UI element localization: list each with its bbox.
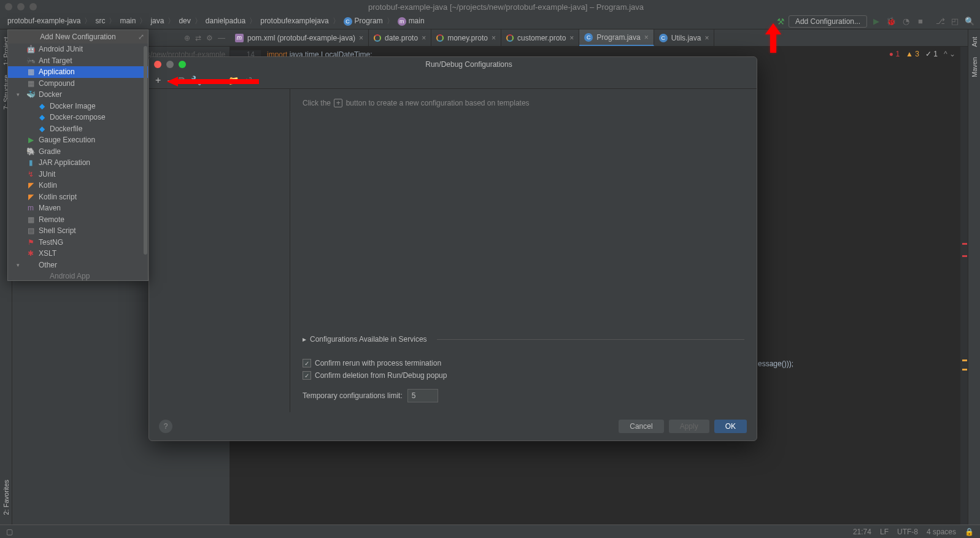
close-icon[interactable]: × <box>492 34 496 42</box>
git-icon[interactable]: ⎇ <box>935 17 946 26</box>
config-type-item[interactable]: ◆Docker Image <box>8 101 148 112</box>
caret-position[interactable]: 21:74 <box>853 528 871 536</box>
breadcrumb-item[interactable]: mmain <box>395 15 427 27</box>
close-icon[interactable]: × <box>569 34 574 42</box>
config-type-item[interactable]: Android App <box>8 271 148 280</box>
breadcrumb-item[interactable]: protobuf-example-java <box>5 15 83 26</box>
temp-limit-input[interactable] <box>407 389 438 402</box>
quick-access-icon[interactable]: ▢ <box>6 528 13 536</box>
confirm-deletion-checkbox[interactable]: ✓Confirm deletion from Run/Debug popup <box>303 369 744 382</box>
stop-icon[interactable]: ■ <box>915 17 926 26</box>
dialog-titlebar: Run/Debug Configurations <box>149 57 757 72</box>
section-toggle[interactable]: ▸ Configurations Available in Services <box>303 331 744 347</box>
indent-settings[interactable]: 4 spaces <box>927 528 956 536</box>
tab-utils[interactable]: CUtils.java× <box>654 29 715 46</box>
add-config-icon[interactable]: + <box>155 75 161 86</box>
tab-program[interactable]: CProgram.java× <box>579 29 654 46</box>
close-icon[interactable]: × <box>359 34 363 42</box>
config-type-item[interactable]: ◤Kotlin script <box>8 191 148 203</box>
breadcrumb-item[interactable]: CProgram <box>341 15 385 27</box>
config-type-item[interactable]: 🤖Android JUnit <box>8 44 148 55</box>
config-type-item[interactable]: ↯JUnit <box>8 169 148 180</box>
debug-icon[interactable]: 🐞 <box>885 17 897 26</box>
config-type-item[interactable]: ▦Remote <box>8 214 148 226</box>
dialog-title: Run/Debug Configurations <box>186 60 752 69</box>
config-type-item[interactable]: mMaven <box>8 202 148 214</box>
line-separator[interactable]: LF <box>880 528 889 536</box>
confirm-rerun-checkbox[interactable]: ✓Confirm rerun with process termination <box>303 357 744 369</box>
hide-icon[interactable]: — <box>218 34 225 42</box>
config-type-item[interactable]: 🐜Ant Target <box>8 55 148 67</box>
config-type-item[interactable]: ⚑TestNG <box>8 237 148 248</box>
dialog-zoom[interactable] <box>179 61 186 68</box>
close-icon[interactable]: × <box>704 34 709 42</box>
config-type-item[interactable]: ▾🐳Docker <box>8 89 148 101</box>
tab-money-proto[interactable]: money.proto× <box>431 29 501 46</box>
config-type-list[interactable]: 🤖Android JUnit🐜Ant Target▦Application▦Co… <box>8 44 148 280</box>
add-new-configuration-popup: Add New Configuration⤢ 🤖Android JUnit🐜An… <box>7 29 149 281</box>
editor-inspection-status[interactable]: ● 1 ▲ 3 ✓ 1 ^ ⌄ <box>889 50 955 58</box>
config-type-item[interactable]: ▦Application <box>8 66 148 78</box>
annotation-arrow <box>167 75 259 90</box>
coverage-icon[interactable]: ◔ <box>900 17 911 26</box>
breadcrumb-item[interactable]: dev <box>176 15 193 26</box>
status-bar: ▢ 21:74 LF UTF-8 4 spaces 🔒 <box>0 525 980 538</box>
breadcrumb-item[interactable]: src <box>93 15 107 26</box>
cancel-button[interactable]: Cancel <box>619 420 663 433</box>
run-debug-configurations-dialog: Run/Debug Configurations + − ⧉ 🔧 ▴ ▾ 📁 ↓… <box>149 56 757 441</box>
config-type-item[interactable]: ▮JAR Application <box>8 157 148 169</box>
tab-customer-proto[interactable]: customer.proto× <box>501 29 579 46</box>
config-type-item[interactable]: 🐘Gradle <box>8 146 148 158</box>
ant-tool-button[interactable]: Ant <box>970 32 979 52</box>
close-window[interactable] <box>5 3 12 10</box>
svg-marker-0 <box>765 23 781 53</box>
config-type-item[interactable]: ▤Shell Script <box>8 225 148 237</box>
breadcrumb-item[interactable]: protobufexamplejava <box>258 15 331 26</box>
tab-pom[interactable]: mpom.xml (protobuf-example-java)× <box>230 29 369 46</box>
expand-all-icon[interactable]: ⇄ <box>195 34 201 42</box>
config-type-item[interactable]: ◆Docker-compose <box>8 112 148 123</box>
maven-tool-button[interactable]: Maven <box>970 52 979 82</box>
popup-title: Add New Configuration⤢ <box>8 30 148 44</box>
lock-icon[interactable]: 🔒 <box>965 528 974 536</box>
window-titlebar: protobuf-example-java [~/projects/new/pr… <box>0 0 980 13</box>
config-type-item[interactable]: ◆Dockerfile <box>8 123 148 135</box>
breadcrumb-item[interactable]: main <box>117 15 138 26</box>
close-icon[interactable]: × <box>422 34 426 42</box>
close-icon[interactable]: × <box>644 33 649 42</box>
config-type-item[interactable]: ▾Other <box>8 259 148 271</box>
editor-tabs: mpom.xml (protobuf-example-java)× date.p… <box>230 29 968 47</box>
maximize-window[interactable] <box>29 3 37 10</box>
run-icon[interactable]: ▶ <box>871 17 882 26</box>
tab-date-proto[interactable]: date.proto× <box>369 29 431 46</box>
config-type-item[interactable]: ✱XSLT <box>8 248 148 259</box>
dialog-minimize[interactable] <box>166 61 174 68</box>
search-everywhere-icon[interactable]: ◰ <box>949 17 960 26</box>
editor-scrollbar[interactable] <box>960 47 968 525</box>
config-type-item[interactable]: ▶Gauge Execution <box>8 134 148 146</box>
annotation-arrow <box>764 23 782 55</box>
navigation-bar: protobuf-example-java〉 src〉 main〉 java〉 … <box>0 13 980 29</box>
search-icon[interactable]: 🔍 <box>964 17 975 26</box>
settings-icon[interactable]: ⚙ <box>206 34 213 42</box>
config-type-item[interactable]: ◤Kotlin <box>8 180 148 191</box>
favorites-tool-button[interactable]: 2: Favorites <box>1 475 11 520</box>
config-type-item[interactable]: ▦Compound <box>8 78 148 90</box>
breadcrumb-item[interactable]: java <box>148 15 166 26</box>
expand-icon[interactable]: ⤢ <box>138 33 144 41</box>
add-configuration-button[interactable]: Add Configuration... <box>789 15 867 28</box>
right-tool-stripe: Ant Maven <box>968 29 980 525</box>
popup-scrollbar[interactable] <box>144 46 147 255</box>
temp-limit-label: Temporary configurations limit: <box>303 391 403 400</box>
dialog-hint: Click the + button to create a new confi… <box>303 99 744 107</box>
traffic-lights <box>5 3 37 10</box>
ok-button[interactable]: OK <box>714 420 747 433</box>
select-opened-file-icon[interactable]: ⊕ <box>184 34 190 42</box>
apply-button[interactable]: Apply <box>669 420 709 433</box>
minimize-window[interactable] <box>17 3 25 10</box>
breadcrumb-item[interactable]: danielpadua <box>203 15 248 26</box>
window-title: protobuf-example-java [~/projects/new/pr… <box>37 2 975 12</box>
help-button[interactable]: ? <box>159 420 172 433</box>
dialog-close[interactable] <box>154 61 161 68</box>
file-encoding[interactable]: UTF-8 <box>897 528 918 536</box>
